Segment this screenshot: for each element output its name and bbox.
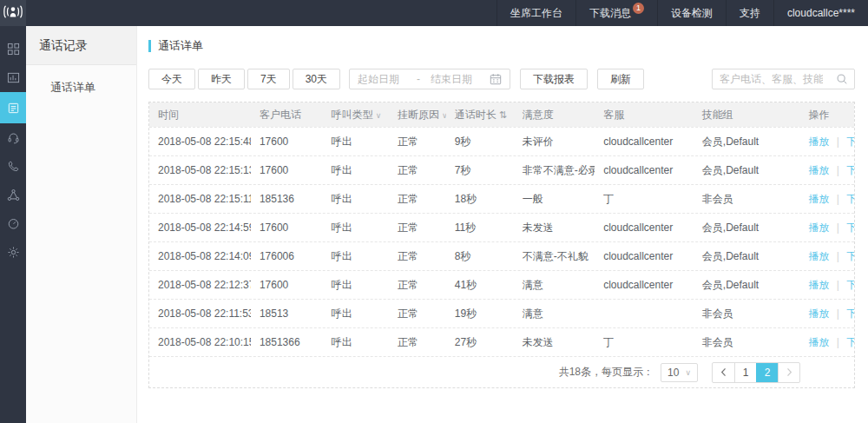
app-shell: 通话记录 通话详单 通话详单 今天 昨天 7天 30天 起始日期 - 结束日期 — [0, 26, 868, 423]
topnav-support[interactable]: 支持 — [726, 0, 773, 26]
topnav-account-label: cloudcallce**** — [787, 7, 855, 19]
cell-customer-phone: 17600 — [251, 221, 323, 234]
play-recording-link[interactable]: 播放 — [808, 164, 829, 176]
sidebar-item-org[interactable] — [0, 181, 26, 209]
cell-customer-phone: 17600 — [251, 164, 323, 176]
quick-range-today-button[interactable]: 今天 — [148, 69, 195, 89]
cell-time: 2018-05-08 22:15:48 — [149, 135, 251, 148]
download-recording-link[interactable]: 下载 — [846, 336, 854, 348]
call-detail-table: 时间 客户电话 呼叫类型∨ 挂断原因∨ 通话时长⇅ 满意度 客服 技能组 操作 … — [148, 102, 855, 388]
calendar-icon[interactable] — [490, 73, 502, 85]
col-header-operations: 操作 — [799, 108, 854, 122]
col-header-duration[interactable]: 通话时长⇅ — [446, 108, 514, 122]
operation-separator: | — [837, 279, 839, 291]
sidebar-item-dashboard[interactable] — [0, 35, 26, 63]
start-date-input[interactable]: 起始日期 — [358, 72, 406, 87]
cell-hangup-reason: 正常 — [389, 192, 446, 207]
cell-agent: cloudcallcenter — [595, 164, 694, 176]
search-icon[interactable] — [830, 69, 854, 89]
sidebar-item-settings[interactable] — [0, 238, 26, 267]
search-input[interactable] — [713, 73, 830, 85]
message-count-badge: 1 — [633, 3, 644, 14]
cell-skill-group: 非会员 — [694, 192, 800, 207]
search-box[interactable] — [712, 69, 855, 89]
download-recording-link[interactable]: 下载 — [846, 193, 854, 205]
cell-skill-group: 会员,Default — [694, 249, 800, 264]
page-1-button[interactable]: 1 — [734, 363, 756, 382]
table-row: 2018-05-08 22:14:59 17600 呼出 正常 11秒 未发送 … — [149, 213, 854, 241]
cell-skill-group: 非会员 — [694, 307, 800, 321]
cell-duration: 7秒 — [446, 163, 514, 178]
headset-icon — [7, 131, 20, 144]
cell-skill-group: 会员,Default — [694, 221, 800, 235]
sidebar-item-call-records[interactable] — [0, 92, 26, 123]
quick-range-yesterday-button[interactable]: 昨天 — [198, 69, 245, 89]
sidebar-item-agent-service[interactable] — [0, 123, 26, 152]
download-recording-link[interactable]: 下载 — [846, 221, 854, 234]
sidebar-item-monitor[interactable] — [0, 209, 26, 238]
end-date-input[interactable]: 结束日期 — [431, 72, 479, 87]
per-page-select[interactable]: 10 ∨ — [661, 363, 698, 382]
cell-operations: 播放 | 下载 — [799, 163, 854, 178]
play-recording-link[interactable]: 播放 — [808, 336, 829, 348]
table-row: 2018-05-08 22:12:37 17600 呼出 正常 41秒 满意 c… — [149, 270, 854, 299]
cell-skill-group: 会员,Default — [694, 135, 800, 149]
cell-duration: 9秒 — [446, 135, 514, 149]
sidebar-item-reports[interactable] — [0, 63, 26, 92]
date-range-picker[interactable]: 起始日期 - 结束日期 — [349, 69, 510, 89]
download-report-button[interactable]: 下载报表 — [520, 69, 588, 89]
sidebar-item-phone[interactable] — [0, 152, 26, 181]
page-2-button[interactable]: 2 — [756, 363, 778, 382]
sidebar-item-call-detail[interactable]: 通话详单 — [26, 65, 136, 96]
download-recording-link[interactable]: 下载 — [846, 164, 854, 176]
filter-toolbar: 今天 昨天 7天 30天 起始日期 - 结束日期 下载报表 刷新 — [148, 69, 855, 89]
cell-duration: 11秒 — [446, 221, 514, 235]
app-logo[interactable] — [0, 0, 26, 26]
topnav-device-check-label: 设备检测 — [671, 6, 713, 21]
topnav: 坐席工作台 下载消息 1 设备检测 支持 cloudcallce**** — [496, 0, 868, 26]
bar-chart-icon — [7, 71, 20, 84]
download-recording-link[interactable]: 下载 — [846, 307, 854, 320]
play-recording-link[interactable]: 播放 — [808, 307, 829, 320]
play-recording-link[interactable]: 播放 — [808, 250, 829, 262]
topnav-device-check[interactable]: 设备检测 — [657, 0, 726, 26]
cell-customer-phone: 17600 — [251, 135, 323, 148]
cell-call-type: 呼出 — [323, 163, 389, 178]
cell-agent: cloudcallcenter — [595, 221, 694, 234]
total-count-text: 共18条， — [559, 365, 602, 380]
topnav-download-messages[interactable]: 下载消息 1 — [575, 0, 657, 26]
cell-operations: 播放 | 下载 — [799, 278, 854, 293]
download-recording-link[interactable]: 下载 — [846, 250, 854, 262]
download-recording-link[interactable]: 下载 — [846, 279, 854, 291]
operation-separator: | — [837, 221, 839, 234]
operation-separator: | — [837, 193, 839, 205]
date-range-separator: - — [417, 73, 420, 85]
refresh-button[interactable]: 刷新 — [597, 69, 644, 89]
cell-satisfaction: 一般 — [514, 192, 595, 207]
cell-call-type: 呼出 — [323, 307, 389, 321]
table-row: 2018-05-08 22:10:15 1851366 呼出 正常 27秒 未发… — [149, 327, 854, 356]
quick-range-7days-button[interactable]: 7天 — [247, 69, 290, 89]
chevron-down-icon: ∨ — [685, 368, 691, 377]
icon-sidebar — [0, 26, 26, 423]
gear-icon — [7, 246, 20, 259]
quick-range-30days-button[interactable]: 30天 — [293, 69, 340, 89]
cell-satisfaction: 满意 — [514, 307, 595, 321]
table-row: 2018-05-08 22:14:09 176006 呼出 正常 8秒 不满意-… — [149, 241, 854, 270]
cell-agent: cloudcallcenter — [595, 135, 694, 148]
call-type-filter-caret-icon[interactable]: ∨ — [376, 111, 382, 120]
per-page-value: 10 — [667, 367, 679, 379]
duration-sort-icon[interactable]: ⇅ — [499, 109, 507, 120]
play-recording-link[interactable]: 播放 — [808, 135, 829, 148]
play-recording-link[interactable]: 播放 — [808, 221, 829, 234]
next-page-button[interactable] — [778, 363, 799, 382]
cell-hangup-reason: 正常 — [389, 335, 446, 350]
download-recording-link[interactable]: 下载 — [846, 135, 854, 148]
cell-satisfaction: 未发送 — [514, 221, 595, 235]
play-recording-link[interactable]: 播放 — [808, 279, 829, 291]
play-recording-link[interactable]: 播放 — [808, 193, 829, 205]
topnav-account[interactable]: cloudcallce**** — [773, 0, 868, 26]
cell-operations: 播放 | 下载 — [799, 192, 854, 207]
prev-page-button[interactable] — [713, 363, 734, 382]
topnav-agent-workbench[interactable]: 坐席工作台 — [496, 0, 575, 26]
